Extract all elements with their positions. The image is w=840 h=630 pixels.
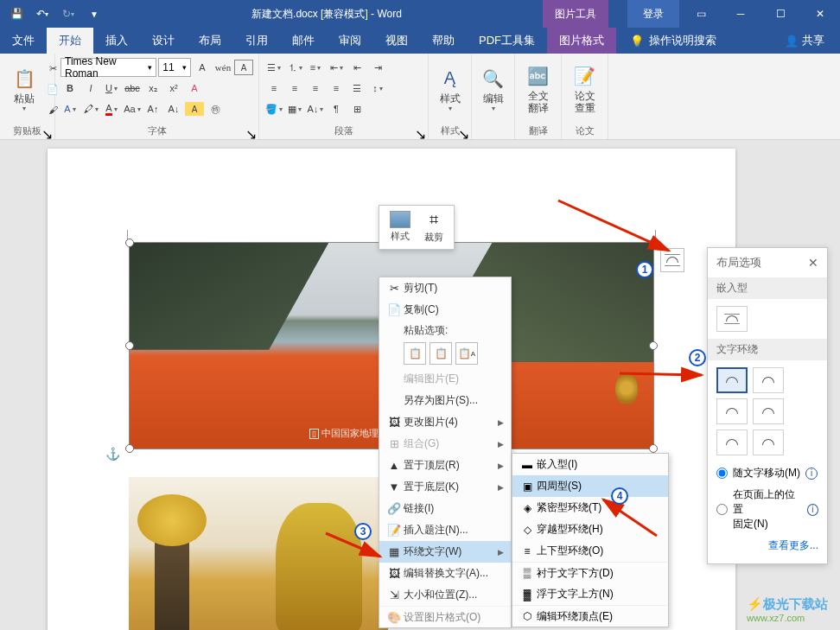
info-icon[interactable]: i <box>805 468 818 480</box>
bold-button[interactable]: B <box>60 79 80 98</box>
lp-front-opt[interactable] <box>753 430 784 455</box>
styles-button[interactable]: Ą 样式 ▾ <box>434 55 466 123</box>
multilevel-button[interactable]: ≡ <box>306 58 325 77</box>
paste-keep-source[interactable]: 📋 <box>404 342 426 365</box>
tab-help[interactable]: 帮助 <box>420 28 467 54</box>
line-spacing-button[interactable]: ↕ <box>368 79 387 98</box>
check-button[interactable]: 📝 论文 查重 <box>567 55 602 123</box>
italic-button[interactable]: I <box>81 79 100 98</box>
paste-button[interactable]: 📋 粘贴 ▾ <box>5 55 43 123</box>
qat-customize[interactable]: ▼ <box>83 3 105 25</box>
tab-mailings[interactable]: 邮件 <box>280 28 327 54</box>
wrap-inline[interactable]: ▬嵌入型(I) <box>512 454 668 475</box>
paragraph-dialog-launcher[interactable]: ↘ <box>415 126 425 137</box>
ctx-caption[interactable]: 📝插入题注(N)... <box>379 519 511 541</box>
shading-button[interactable]: 🪣 <box>264 99 283 118</box>
align-left[interactable]: ≡ <box>264 79 283 98</box>
wrap-front[interactable]: ▓浮于文字上方(N) <box>512 583 668 605</box>
wrap-square[interactable]: ▣四周型(S) <box>512 475 668 497</box>
ctx-wrap-text[interactable]: ▦环绕文字(W)▶ <box>379 541 511 563</box>
translate-button[interactable]: 🔤 全文 翻译 <box>520 55 556 123</box>
lp-move-with-text[interactable]: 随文字移动(M) i <box>708 462 827 484</box>
undo-icon[interactable]: ↶▾ <box>31 3 54 25</box>
lp-close-icon[interactable]: ✕ <box>808 256 818 270</box>
align-dist-button[interactable]: ⇤ <box>327 58 346 77</box>
clipboard-dialog-launcher[interactable]: ↘ <box>41 126 52 137</box>
enclose-char-button[interactable]: ㊕ <box>206 99 225 118</box>
tab-review[interactable]: 审阅 <box>327 28 373 54</box>
tab-design[interactable]: 设计 <box>140 28 187 54</box>
clear-format-button[interactable]: A <box>185 79 204 98</box>
sort-button[interactable]: A↓ <box>306 99 325 118</box>
lp-topbottom-opt[interactable] <box>753 398 784 424</box>
ribbon-display-options-icon[interactable]: ▭ <box>681 0 721 28</box>
show-marks-button[interactable]: ¶ <box>327 99 346 118</box>
borders-button[interactable]: ▦ <box>285 99 304 118</box>
wrap-topbottom[interactable]: ≡上下型环绕(O) <box>512 540 668 562</box>
close-icon[interactable]: ✕ <box>800 0 840 28</box>
tab-references[interactable]: 引用 <box>233 28 280 54</box>
share-button[interactable]: 👤 共享 <box>769 28 840 54</box>
lp-tight-opt[interactable] <box>753 367 784 393</box>
strikethrough-button[interactable]: abc <box>123 79 142 98</box>
distribute[interactable]: ☰ <box>347 79 366 98</box>
lp-behind-opt[interactable] <box>716 430 748 455</box>
ctx-bring-front[interactable]: ▲置于顶层(R)▶ <box>379 455 511 476</box>
paste-picture[interactable]: 📋A <box>455 342 478 365</box>
wrap-behind[interactable]: ▒衬于文字下方(D) <box>512 562 668 583</box>
ctx-save-as-picture[interactable]: 另存为图片(S)... <box>379 390 511 411</box>
char-scale-button[interactable]: Aa <box>123 99 142 118</box>
highlight-button[interactable]: 🖍 <box>81 99 100 118</box>
login-button[interactable]: 登录 <box>627 0 679 28</box>
tab-picture-format[interactable]: 图片格式 <box>547 28 616 54</box>
lp-fixed-position[interactable]: 在页面上的位置 固定(N) i <box>708 484 827 535</box>
mini-crop-button[interactable]: ⌗ 裁剪 <box>417 209 450 245</box>
ctx-format-picture[interactable]: 🎨设置图片格式(O) <box>379 606 511 627</box>
ctx-size-position[interactable]: ⇲大小和位置(Z)... <box>379 584 511 606</box>
lp-inline-opt[interactable] <box>716 306 748 332</box>
align-right[interactable]: ≡ <box>306 79 325 98</box>
ctx-send-back[interactable]: ▼置于底层(K)▶ <box>379 476 511 498</box>
wrap-tight[interactable]: ◈紧密型环绕(T) <box>512 497 668 519</box>
ctx-cut[interactable]: ✂剪切(T) <box>379 277 511 299</box>
font-color-button[interactable]: A <box>102 99 121 118</box>
ctx-alt-text[interactable]: 🖼编辑替换文字(A)... <box>379 563 511 584</box>
image-2[interactable] <box>129 477 388 630</box>
bullets-button[interactable]: ☰ <box>264 58 283 77</box>
info-icon[interactable]: i <box>807 504 818 516</box>
mini-styles-button[interactable]: 样式 <box>383 209 417 245</box>
char-border-button[interactable]: A <box>234 60 253 75</box>
ctx-link[interactable]: 🔗链接(I) <box>379 498 511 519</box>
lp-through-opt[interactable] <box>716 398 748 424</box>
ctx-change-picture[interactable]: 🖼更改图片(4)▶ <box>379 411 511 433</box>
font-size-combo[interactable]: 11▾ <box>158 58 191 77</box>
wrap-through[interactable]: ◇穿越型环绕(H) <box>512 519 668 540</box>
tab-home[interactable]: 开始 <box>47 28 93 54</box>
char-shading-button[interactable]: A <box>185 102 204 116</box>
wrap-edit-points[interactable]: ⬡编辑环绕顶点(E) <box>512 605 668 627</box>
superscript-button[interactable]: x² <box>164 79 183 98</box>
minimize-icon[interactable]: ─ <box>721 0 760 28</box>
decrease-indent[interactable]: ⇤ <box>347 58 366 77</box>
tab-view[interactable]: 视图 <box>373 28 420 54</box>
text-effects-button[interactable]: A <box>60 99 80 118</box>
styles-dialog-launcher[interactable]: ↘ <box>458 126 468 137</box>
align-center[interactable]: ≡ <box>285 79 304 98</box>
maximize-icon[interactable]: ☐ <box>760 0 800 28</box>
font-dialog-launcher[interactable]: ↘ <box>245 126 256 137</box>
ctx-copy[interactable]: 📄复制(C) <box>379 299 511 321</box>
subscript-button[interactable]: x₂ <box>143 79 162 98</box>
redo-icon[interactable]: ↻▾ <box>57 3 80 25</box>
tab-insert[interactable]: 插入 <box>93 28 140 54</box>
phonetic-guide-button[interactable]: wén <box>213 58 232 77</box>
tab-layout[interactable]: 布局 <box>187 28 233 54</box>
lp-see-more[interactable]: 查看更多... <box>708 535 827 557</box>
align-justify[interactable]: ≡ <box>327 79 346 98</box>
numbering-button[interactable]: ⒈ <box>285 58 304 77</box>
underline-button[interactable]: U <box>102 79 121 98</box>
increase-indent[interactable]: ⇥ <box>368 58 387 77</box>
grow-font-2[interactable]: A↑ <box>143 99 162 118</box>
paste-merge[interactable]: 📋 <box>430 342 452 365</box>
shrink-font[interactable]: A↓ <box>164 99 183 118</box>
grow-font-button[interactable]: A <box>193 58 212 77</box>
